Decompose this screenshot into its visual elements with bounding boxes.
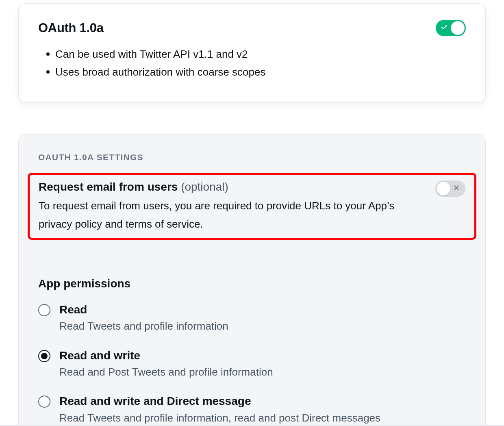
oauth-title: OAuth 1.0a [38, 21, 104, 35]
permission-desc: Read Tweets and profile information [59, 319, 228, 333]
permission-label: Read [59, 302, 228, 317]
oauth-card: OAuth 1.0a Can be used with Twitter API … [18, 3, 486, 102]
permission-option-read-write[interactable]: Read and write Read and Post Tweets and … [38, 348, 466, 380]
radio-icon [38, 304, 50, 316]
check-icon [441, 24, 448, 33]
oauth-bullets: Can be used with Twitter API v1.1 and v2… [46, 45, 466, 81]
permission-desc: Read and Post Tweets and profile informa… [59, 365, 273, 379]
request-email-title-light: (optional) [181, 180, 228, 193]
oauth-settings-panel: OAUTH 1.0A SETTINGS Request email from u… [18, 134, 486, 426]
permission-option-read[interactable]: Read Read Tweets and profile information [38, 302, 466, 334]
toggle-knob [437, 182, 450, 196]
oauth-bullet: Uses broad authorization with coarse sco… [46, 63, 466, 81]
request-email-title-bold: Request email from users [39, 180, 178, 193]
permission-label: Read and write [59, 348, 273, 363]
request-email-toggle[interactable] [435, 180, 465, 197]
oauth-enable-toggle[interactable] [436, 20, 466, 36]
radio-icon [38, 396, 50, 408]
app-permissions-radio-group: Read Read Tweets and profile information… [38, 302, 466, 425]
permission-option-read-write-dm[interactable]: Read and write and Direct message Read T… [38, 394, 466, 425]
request-email-highlight: Request email from users (optional) To r… [28, 173, 476, 239]
radio-icon [38, 350, 50, 362]
app-permissions-title: App permissions [38, 277, 466, 290]
permission-desc: Read Tweets and profile information, rea… [59, 411, 380, 425]
panel-heading: OAUTH 1.0A SETTINGS [38, 152, 466, 162]
x-icon [453, 185, 460, 193]
permission-label: Read and write and Direct message [59, 394, 380, 409]
toggle-knob [451, 21, 465, 35]
request-email-desc: To request email from users, you are req… [39, 197, 427, 233]
request-email-title: Request email from users (optional) [39, 180, 427, 193]
oauth-bullet: Can be used with Twitter API v1.1 and v2 [46, 45, 466, 63]
